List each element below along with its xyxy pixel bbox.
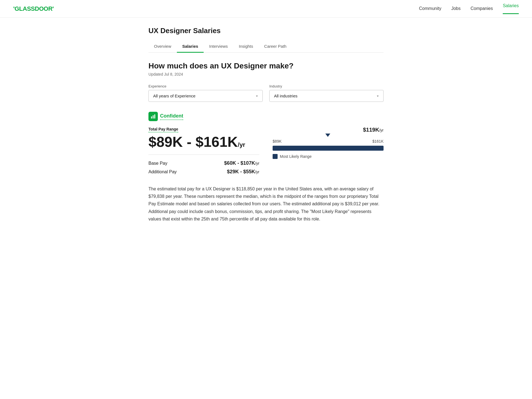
section-updated: Updated Jul 8, 2024 [148, 72, 384, 76]
description: The estimated total pay for a UX Designe… [148, 185, 384, 223]
svg-rect-2 [154, 115, 155, 119]
svg-rect-1 [153, 115, 153, 119]
nav-companies[interactable]: Companies [470, 6, 493, 12]
confident-icon [148, 112, 158, 121]
total-pay-range: $89K - $161K/yr [148, 135, 259, 149]
industry-select[interactable]: All industries [269, 90, 384, 102]
tab-salaries[interactable]: Salaries [177, 41, 204, 53]
total-pay-label: Total Pay Range [148, 127, 178, 132]
pay-right: $119K/yr $89K $161K Most Likely Range [273, 127, 384, 159]
experience-select[interactable]: All years of Experience [148, 90, 263, 102]
nav-community[interactable]: Community [419, 6, 441, 12]
logo[interactable]: 'GLASSDOOR' [13, 5, 54, 12]
nav-links: Community Jobs Companies Salaries [419, 3, 519, 14]
legend-box [273, 154, 278, 159]
median-per-yr: /yr [379, 128, 384, 132]
confident-label: Confident [160, 113, 183, 120]
base-per-yr: /yr [255, 161, 259, 166]
industry-filter-group: Industry All industries [269, 84, 384, 102]
svg-rect-0 [151, 116, 152, 119]
section-title: How much does an UX Designer make? [148, 62, 384, 70]
page-title: UX Designer Salaries [148, 26, 384, 35]
bar-high-label: $161K [373, 139, 384, 143]
range-bar-fill [273, 146, 384, 151]
base-pay-row: Base Pay $60K - $107K/yr [148, 160, 259, 166]
per-yr: /yr [238, 141, 245, 148]
median-indicator: $119K/yr [273, 127, 384, 138]
filters: Experience All years of Experience Indus… [148, 84, 384, 102]
legend-text: Most Likely Range [280, 154, 312, 159]
pay-left: Total Pay Range $89K - $161K/yr Base Pay… [148, 127, 259, 177]
bar-chart-icon [150, 114, 156, 119]
additional-per-yr: /yr [255, 170, 259, 174]
additional-pay-label: Additional Pay [148, 169, 177, 174]
median-arrow [325, 134, 330, 137]
tab-overview[interactable]: Overview [148, 41, 177, 53]
tab-insights[interactable]: Insights [233, 41, 259, 53]
base-pay-value: $60K - $107K/yr [224, 160, 259, 166]
pay-range-text: $89K [148, 134, 183, 150]
range-label-row: $89K $161K [273, 139, 384, 143]
base-pay-label: Base Pay [148, 161, 167, 166]
additional-pay-row: Additional Pay $29K - $55K/yr [148, 169, 259, 175]
range-bar [273, 146, 384, 151]
tab-interviews[interactable]: Interviews [204, 41, 233, 53]
confident-badge: Confident [148, 112, 384, 121]
additional-pay-value: $29K - $55K/yr [227, 169, 259, 175]
pay-divider [148, 155, 259, 155]
nav-jobs[interactable]: Jobs [451, 6, 461, 12]
industry-label: Industry [269, 84, 384, 88]
experience-label: Experience [148, 84, 263, 88]
pay-dash: - [187, 134, 196, 150]
experience-filter-group: Experience All years of Experience [148, 84, 263, 102]
tab-career-path[interactable]: Career Path [259, 41, 292, 53]
range-legend: Most Likely Range [273, 154, 384, 159]
pay-range-high: $161K [196, 134, 238, 150]
median-value: $119K [363, 127, 379, 133]
bar-low-label: $89K [273, 139, 282, 143]
pay-section: Total Pay Range $89K - $161K/yr Base Pay… [148, 127, 384, 177]
navbar: 'GLASSDOOR' Community Jobs Companies Sal… [0, 0, 532, 18]
nav-salaries[interactable]: Salaries [503, 3, 519, 14]
tabs: Overview Salaries Interviews Insights Ca… [148, 41, 384, 53]
page-content: UX Designer Salaries Overview Salaries I… [142, 18, 390, 232]
